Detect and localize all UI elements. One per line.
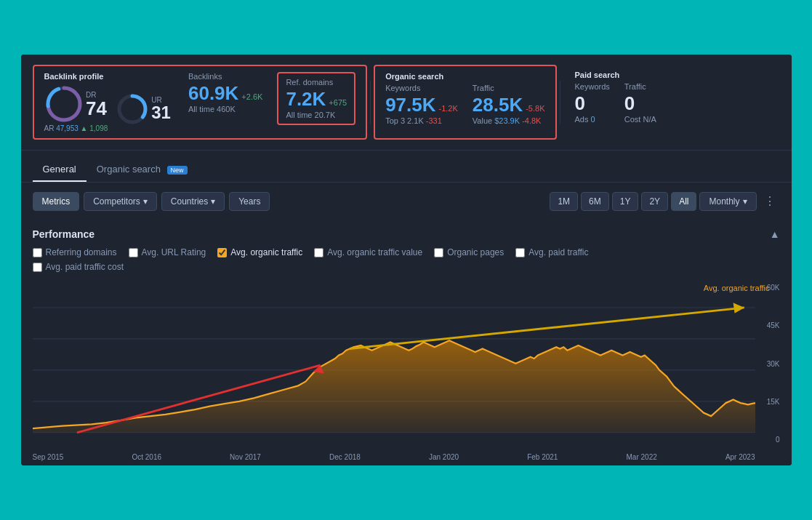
paid-ads-label: Ads: [575, 115, 589, 124]
checkbox-avg-paid-traffic-cost[interactable]: Avg. paid traffic cost: [33, 262, 124, 272]
x-label-sep2015: Sep 2015: [33, 453, 64, 461]
checkbox-avg-organic-traffic-value-label: Avg. organic traffic value: [327, 247, 422, 257]
organic-section: Organic search Keywords 97.5K -1.2K Top …: [374, 65, 556, 140]
paid-traffic-value: 0: [624, 92, 656, 115]
backlinks-alltime: All time 460K: [188, 105, 262, 113]
checkbox-avg-organic-traffic-input[interactable]: [217, 248, 227, 257]
keywords-value: 97.5K: [385, 94, 435, 116]
y-label-0: 0: [767, 436, 780, 444]
metrics-button[interactable]: Metrics: [33, 192, 80, 211]
ref-domains-alltime: All time 20.7K: [286, 111, 347, 119]
paid-cost-value: N/A: [643, 115, 656, 124]
checkbox-avg-url-rating-label: Avg. URL Rating: [142, 247, 206, 257]
traffic-group: Traffic 28.5K -5.8K Value $23.9K -4.8K: [473, 84, 545, 125]
checkbox-organic-pages-label: Organic pages: [447, 247, 504, 257]
traffic-change: -5.8K: [526, 104, 544, 113]
paid-kw-value: 0: [575, 92, 610, 115]
perf-title: Performance: [33, 228, 95, 240]
checkbox-avg-organic-traffic-value[interactable]: Avg. organic traffic value: [314, 247, 422, 257]
checkbox-avg-organic-traffic-label: Avg. organic traffic: [230, 247, 302, 257]
years-button[interactable]: Years: [229, 192, 270, 211]
ar-label: AR: [44, 124, 55, 132]
chart-container: Avg. organic traffic 60K 45K 30K 15K 0: [21, 276, 792, 465]
checkbox-organic-pages[interactable]: Organic pages: [434, 247, 504, 257]
ar-change: ▲ 1,098: [81, 124, 108, 132]
collapse-icon[interactable]: ▲: [770, 228, 780, 240]
paid-title: Paid search: [575, 71, 620, 79]
countries-button[interactable]: Countries ▾: [161, 192, 225, 211]
backlinks-change: +2.6K: [241, 92, 262, 101]
competitors-label: Competitors: [93, 196, 140, 207]
competitors-button[interactable]: Competitors ▾: [84, 192, 157, 211]
checkbox-organic-pages-input[interactable]: [434, 248, 443, 257]
paid-kw-label: Keywords: [575, 82, 610, 91]
dr-value: 74: [86, 99, 107, 118]
keywords-group: Keywords 97.5K -1.2K Top 3 2.1K -331: [385, 84, 458, 125]
checkbox-avg-organic-traffic-value-input[interactable]: [314, 248, 323, 257]
time-1m-button[interactable]: 1M: [550, 192, 578, 211]
x-label-feb2021: Feb 2021: [527, 453, 558, 461]
new-badge: New: [167, 166, 188, 175]
keywords-change: -1.2K: [439, 104, 458, 113]
checkbox-avg-paid-traffic-input[interactable]: [515, 248, 525, 257]
chart-area-fill: [33, 340, 755, 433]
paid-ads-value: 0: [591, 115, 595, 124]
y-label-15k: 15K: [767, 398, 780, 406]
toolbar-left: Metrics Competitors ▾ Countries ▾ Years: [33, 192, 270, 211]
more-options-icon[interactable]: ⋮: [760, 191, 780, 211]
time-6m-button[interactable]: 6M: [581, 192, 609, 211]
checkbox-avg-url-rating[interactable]: Avg. URL Rating: [129, 247, 206, 257]
checkbox-avg-organic-traffic[interactable]: Avg. organic traffic: [217, 247, 302, 257]
main-container: Backlink profile DR 74: [21, 55, 792, 465]
monthly-button[interactable]: Monthly ▾: [699, 192, 756, 211]
competitors-chevron-icon: ▾: [143, 196, 148, 207]
countries-chevron-icon: ▾: [211, 196, 215, 207]
tab-organic-label: Organic search: [97, 164, 161, 175]
paid-traffic-label: Traffic: [624, 82, 656, 91]
x-label-apr2023: Apr 2023: [725, 453, 755, 461]
toolbar: Metrics Competitors ▾ Countries ▾ Years …: [21, 183, 792, 220]
monthly-label: Monthly: [709, 196, 739, 207]
time-all-button[interactable]: All: [671, 192, 696, 211]
y-axis: 60K 45K 30K 15K 0: [767, 276, 780, 465]
keywords-top3: Top 3 2.1K: [385, 116, 424, 125]
ref-domains-change: +675: [329, 98, 347, 107]
divider-1: [370, 81, 371, 124]
checkbox-referring-domains-input[interactable]: [33, 248, 42, 257]
nav-tabs: General Organic search New: [21, 151, 792, 183]
time-2y-button[interactable]: 2Y: [641, 192, 668, 211]
x-label-oct2016: Oct 2016: [132, 453, 161, 461]
y-label-60k: 60K: [767, 284, 780, 292]
yellow-arrow-line: [350, 308, 744, 349]
backlinks-label: Backlinks: [188, 72, 262, 81]
tab-organic[interactable]: Organic search New: [87, 158, 198, 182]
toolbar-right: 1M 6M 1Y 2Y All Monthly ▾ ⋮: [550, 191, 779, 211]
keywords-top3-change: -331: [426, 116, 442, 125]
ref-domains-value: 7.2K: [286, 88, 326, 111]
y-label-30k: 30K: [767, 360, 780, 368]
traffic-value-change: -4.8K: [522, 116, 541, 125]
tab-general[interactable]: General: [33, 158, 87, 182]
x-label-dec2018: Dec 2018: [329, 453, 361, 461]
traffic-value-value: $23.9K: [494, 116, 520, 125]
checkbox-avg-paid-traffic[interactable]: Avg. paid traffic: [515, 247, 588, 257]
checkbox-referring-domains[interactable]: Referring domains: [33, 247, 117, 257]
ref-domains-group: Ref. domains 7.2K +675 All time 20.7K: [277, 72, 355, 125]
divider-2: [560, 81, 560, 124]
checkbox-avg-paid-traffic-cost-input[interactable]: [33, 263, 42, 272]
ar-value: 47,953: [56, 124, 79, 132]
monthly-chevron-icon: ▾: [743, 196, 747, 207]
checkbox-referring-domains-label: Referring domains: [46, 247, 117, 257]
time-1y-button[interactable]: 1Y: [612, 192, 639, 211]
checkbox-avg-paid-traffic-cost-label: Avg. paid traffic cost: [46, 262, 124, 272]
traffic-label: Traffic: [473, 84, 545, 92]
ur-circle-icon: [116, 93, 148, 125]
x-label-nov2017: Nov 2017: [230, 453, 261, 461]
backlink-title: Backlink profile: [44, 72, 171, 81]
paid-keywords-group: Keywords 0 Ads 0: [575, 82, 610, 124]
x-label-mar2022: Mar 2022: [627, 453, 657, 461]
stats-bar: Backlink profile DR 74: [21, 55, 792, 151]
checkbox-avg-url-rating-input[interactable]: [129, 248, 138, 257]
x-label-jan2020: Jan 2020: [429, 453, 459, 461]
traffic-value: 28.5K: [473, 94, 523, 116]
